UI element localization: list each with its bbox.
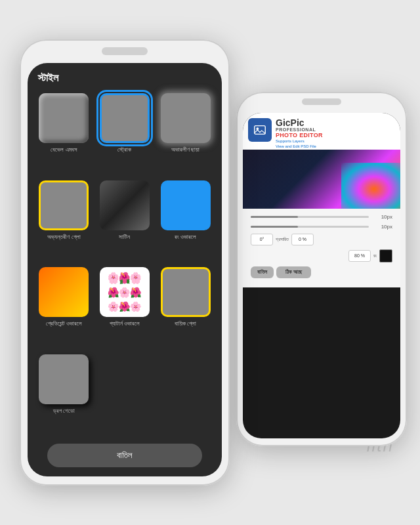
style-item-gradient-overlay[interactable]: গ্রেডিয়েন্ট ওভারলে (37, 267, 91, 348)
gicpic-title-block: GicPic PROFESSIONAL PHOTO EDITOR Support… (276, 118, 395, 150)
style-label-drop-shadow: ড্রপ শেডো (53, 408, 75, 415)
style-thumb-color-overlay (161, 180, 211, 230)
style-thumb-gradient-overlay (39, 267, 89, 317)
gicpic-header: GicPic PROFESSIONAL PHOTO EDITOR Support… (243, 113, 400, 150)
style-item-stroke[interactable]: স্ট্রোক (98, 93, 152, 174)
setting-row-2: 10px (251, 224, 392, 230)
back-phone-screen: GicPic PROFESSIONAL PHOTO EDITOR Support… (243, 113, 400, 438)
spread-label: প্রসারিত (276, 237, 289, 242)
style-label-inner-glow: অভ্যন্তরীণ গ্লো (47, 234, 81, 242)
style-grid: বেভেল এমবসস্ট্রোকঅভারলীণ ছায়াঅভ্যন্তরীণ… (28, 89, 222, 438)
style-label-bevel-emboss: বেভেল এমবস (51, 146, 77, 154)
style-item-outer-glow[interactable]: অভারলীণ ছায়া (158, 93, 213, 174)
style-item-color-overlay[interactable]: রং ওভারলে (158, 180, 213, 261)
front-phone-notch (102, 47, 148, 55)
opacity-color-row: 80 % রং (251, 249, 392, 262)
color-swatch[interactable] (379, 249, 392, 262)
style-thumb-drop-shadow (39, 354, 89, 404)
style-thumb-bevel-emboss (39, 93, 89, 143)
angle-spread-row: 0° প্রসারিত 0 % (251, 234, 392, 245)
slider-2[interactable] (251, 226, 369, 228)
back-phone-notch (302, 98, 341, 105)
style-item-pattern-overlay[interactable]: 🌸🌺🌸🌺🌸🌺🌸🌺🌸প্যাটার্ন ওভারলে (98, 267, 152, 348)
front-phone: স্টাইল বেভেল এমবসস্ট্রোকঅভারলীণ ছায়াঅভ্… (20, 39, 230, 486)
gicpic-app-name: GicPic (276, 118, 395, 127)
style-item-drop-shadow[interactable]: ড্রপ শেডো (37, 354, 91, 435)
scene: lith GicPic PROFESSIONAL PHOTO EDITOR (7, 7, 413, 518)
style-item-inner-glow[interactable]: অভ্যন্তরীণ গ্লো (37, 180, 91, 261)
gicpic-product: PHOTO EDITOR (276, 132, 395, 138)
gicpic-subtitle: PROFESSIONAL (276, 127, 395, 132)
gicpic-app-icon (248, 118, 272, 142)
style-item-baiik-glow[interactable]: বায়িক গ্লো (158, 267, 213, 348)
style-thumb-baiik-glow (161, 267, 211, 317)
style-label-stroke: স্ট্রোক (117, 146, 131, 154)
front-phone-screen: স্টাইল বেভেল এমবসস্ট্রোকঅভারলীণ ছায়াঅভ্… (28, 63, 222, 476)
style-thumb-pattern-overlay: 🌸🌺🌸🌺🌸🌺🌸🌺🌸 (100, 267, 150, 317)
settings-ok-button[interactable]: ঠিক আছে (276, 266, 311, 278)
spread-input[interactable]: 0 % (291, 234, 314, 245)
style-label-baiik-glow: বায়িক গ্লো (175, 320, 197, 328)
style-thumb-stroke (100, 93, 150, 143)
slider-1[interactable] (251, 216, 369, 218)
style-item-bevel-emboss[interactable]: বেভেল এমবস (37, 93, 91, 174)
style-thumb-inner-glow (39, 180, 89, 230)
back-phone: GicPic PROFESSIONAL PHOTO EDITOR Support… (236, 92, 407, 446)
slider-2-label: 10px (373, 224, 392, 230)
color-label: রং (373, 253, 377, 259)
settings-panel: 10px 10px 0° প্রসারিত 0 % 80 % রং (243, 209, 400, 287)
style-label-gradient-overlay: গ্রেডিয়েন্ট ওভারলে (46, 320, 83, 328)
gicpic-features: Supports Layers View and Edit PSD File (276, 138, 395, 150)
setting-row-1: 10px (251, 214, 392, 220)
style-thumb-satin (100, 180, 150, 230)
angle-input[interactable]: 0° (251, 234, 273, 245)
svg-rect-0 (255, 126, 266, 135)
style-label-satin: সাটিন (119, 234, 130, 242)
style-label-outer-glow: অভারলীণ ছায়া (171, 146, 200, 154)
style-label-pattern-overlay: প্যাটার্ন ওভারলে (110, 320, 140, 328)
action-buttons-row: বাতিল ঠিক আছে (251, 266, 392, 278)
slider-1-label: 10px (373, 214, 392, 220)
style-thumb-outer-glow (161, 93, 211, 143)
opacity-input[interactable]: 80 % (348, 250, 371, 262)
gicpic-splash (243, 150, 400, 209)
style-title: স্টাইল (28, 63, 222, 89)
style-item-satin[interactable]: সাটিন (98, 180, 152, 261)
settings-cancel-button[interactable]: বাতিল (251, 266, 274, 278)
cancel-button[interactable]: বাতিল (47, 444, 202, 467)
style-label-color-overlay: রং ওভারলে (175, 234, 197, 242)
